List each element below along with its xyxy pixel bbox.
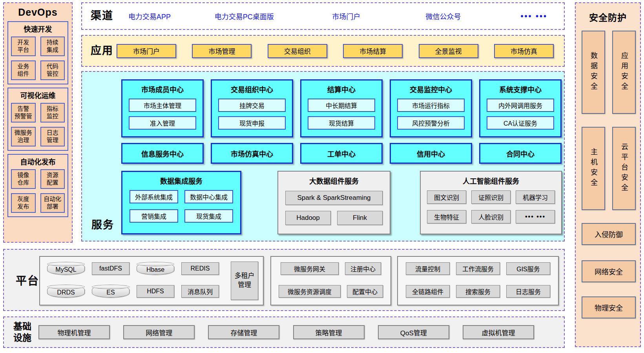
data-integration-item: 外部系统集成: [130, 190, 178, 203]
services-area: 服务 市场成员中心 市场主体管理 准入管理 交易组织中心 挂牌交易 现货申报 结…: [81, 71, 565, 241]
infra-qos: QoS管理: [378, 325, 449, 339]
channel-more-dots: ••• •••: [520, 12, 547, 21]
ai-item: 生物特征: [427, 210, 466, 223]
db-cylinder-drds: DRDS: [47, 285, 85, 298]
app-market-portal: 市场门户: [117, 44, 176, 58]
data-integration-item: 现货集成: [184, 209, 233, 223]
channel-market-portal: 市场门户: [332, 11, 360, 21]
platform-row-2: DRDS ES HDFS 消息队列: [47, 285, 219, 298]
devops-item: 业务 组件: [11, 60, 36, 80]
data-integration-services: 数据集成服务 外部系统集成 数据中心集成 营销集成 现货集成: [121, 171, 241, 234]
devops-item: 资源 配置: [40, 169, 65, 189]
services-label: 服务: [91, 216, 114, 232]
devops-group-visual-ops: 可视化运维 告警 预警管 指标 监控 微服务 治理 日志 管理: [7, 88, 68, 151]
devops-item: 代码 管控: [40, 60, 65, 80]
platform-cell-multi-tenant: 多租户 管理: [231, 262, 258, 300]
infrastructure-buttons: 物理机管理 网络管理 存储管理 策略管理 QoS管理 虚拟机管理: [38, 325, 534, 339]
service-sub-item: 内外网调用服务: [487, 99, 554, 112]
service-sub-item: 市场运行指标: [397, 99, 465, 112]
app-market-settlement: 市场结算: [343, 44, 403, 58]
platform-cell-ms-scheduling: 微服务资源调度: [279, 285, 341, 298]
devops-group-rapid-dev: 快速开发 开发 平台 持续 集成 业务 组件 代码 管控: [7, 21, 68, 84]
ai-item: 机器学习: [516, 190, 555, 204]
service-sub-item: 准入管理: [129, 116, 196, 130]
service-center-contract: 合同中心: [479, 143, 562, 164]
app-trade-organization: 交易组织: [268, 44, 327, 58]
bigdata-item-spark: Spark & SparkStreaming: [285, 191, 383, 205]
data-integration-item: 营销集成: [130, 209, 178, 223]
devops-item: 指标 监控: [40, 103, 65, 123]
devops-panel: DevOps 快速开发 开发 平台 持续 集成 业务 组件 代码 管控 可视化运…: [3, 2, 73, 243]
security-panel: 安全防护 数据安全 应用安全 主机安全 云平台安全 入侵防御 网络安全 物理安全: [575, 2, 641, 347]
devops-group-title: 自动化发布: [11, 155, 65, 169]
service-center-system-support: 系统支撑中心 内外网调用服务 CA认证服务: [479, 79, 562, 137]
ai-more-dots: ••• •••: [516, 210, 555, 223]
devops-title: DevOps: [4, 3, 72, 18]
data-integration-grid: 外部系统集成 数据中心集成 营销集成 现货集成: [122, 186, 240, 223]
service-sub-item: 现货申报: [218, 116, 286, 130]
service-center-trade-monitoring: 交易监控中心 市场运行指标 风控预警分析: [390, 79, 472, 137]
platform-row-1: 微服务网关 注册中心: [277, 262, 385, 275]
devops-item: 镜像 仓库: [11, 169, 36, 189]
service-center-market-simulation: 市场仿真中心: [211, 143, 293, 164]
service-sub-item: 现货结算: [308, 116, 375, 130]
service-center-credit: 信用中心: [390, 143, 472, 164]
ai-item: 证照识别: [471, 190, 511, 204]
security-intrusion-prevention: 入侵防御: [582, 223, 636, 245]
platform-row-2: 微服务资源调度 配置中心: [277, 285, 385, 298]
security-network: 网络安全: [582, 260, 636, 282]
devops-item: 微服务 治理: [11, 127, 36, 146]
devops-group-grid: 镜像 仓库 资源 配置 灰度 发布 自动化 部署: [11, 169, 65, 213]
service-sub-item: 风控预警分析: [397, 116, 465, 130]
service-center-title: 交易组织中心: [212, 84, 292, 94]
infra-storage: 存储管理: [208, 325, 279, 339]
platform-cell-hdfs: HDFS: [137, 285, 174, 298]
applications-buttons: 市场门户 市场管理 交易组织 市场结算 全景监视 市场仿真: [117, 44, 554, 58]
platform-cell-fastdfs: fastDFS: [92, 262, 130, 275]
app-market-management: 市场管理: [192, 44, 252, 58]
platform-row-1: 流量控制 工作流服务 GIS服务: [403, 262, 553, 275]
service-sub-item: 市场主体管理: [129, 99, 196, 112]
devops-group-title: 快速开发: [11, 22, 65, 37]
security-host: 主机安全: [582, 127, 605, 210]
service-center-trade-organization: 交易组织中心 挂牌交易 现货申报: [211, 79, 293, 137]
platform-cell-ms-gateway: 微服务网关: [281, 262, 339, 275]
platform-label: 平台: [16, 272, 39, 288]
service-center-settlement: 结算中心 中长期结算 现货结算: [300, 79, 383, 137]
bigdata-row: Hadoop Flink: [285, 211, 383, 225]
platform-cell-search: 搜索服务: [456, 285, 500, 298]
data-integration-item: 数据中心集成: [184, 190, 233, 203]
devops-item: 灰度 发布: [11, 193, 36, 213]
infra-physical-machine: 物理机管理: [38, 325, 110, 339]
bigdata-item-hadoop: Hadoop: [285, 211, 331, 225]
channel-wechat: 微信公众号: [426, 11, 461, 21]
infrastructure-label: 基础 设施: [13, 321, 31, 344]
app-panorama-monitoring: 全景监视: [419, 44, 478, 58]
bigdata-title: 大数据组件服务: [278, 176, 390, 186]
channels-row: 渠道 电力交易APP 电力交易PC桌面版 市场门户 微信公众号 ••• •••: [81, 2, 565, 30]
devops-group-title: 可视化运维: [11, 89, 65, 103]
infra-policy: 策略管理: [293, 325, 365, 339]
service-sub-item: 挂牌交易: [218, 99, 286, 112]
ai-component-services: 人工智能组件服务 图文识别 证照识别 机器学习 生物特征 人脸识别 ••• ••…: [420, 171, 562, 234]
platform-cell-redis: REDIS: [181, 262, 219, 275]
service-center-market-members: 市场成员中心 市场主体管理 准入管理: [121, 79, 204, 137]
data-integration-title: 数据集成服务: [122, 176, 240, 186]
security-physical: 物理安全: [582, 296, 636, 318]
service-center-work-order: 工单中心: [300, 143, 383, 164]
ai-item: 人脸识别: [471, 210, 511, 223]
ai-item: 图文识别: [427, 190, 466, 204]
service-center-title: 市场成员中心: [122, 84, 203, 94]
platform-cell-gis: GIS服务: [506, 262, 550, 275]
platform-cell-workflow: 工作流服务: [456, 262, 500, 275]
db-cylinder-mysql: MySQL: [47, 262, 85, 275]
service-center-title: 结算中心: [301, 84, 381, 94]
service-sub-item: 中长期结算: [308, 99, 375, 112]
platform-cell-log: 日志服务: [506, 285, 550, 298]
app-market-simulation: 市场仿真: [494, 44, 554, 58]
devops-item: 开发 平台: [11, 37, 36, 56]
platform-microservice-panel: 微服务网关 注册中心 微服务资源调度 配置中心: [270, 256, 391, 305]
devops-group-auto-release: 自动化发布 镜像 仓库 资源 配置 灰度 发布 自动化 部署: [7, 154, 68, 217]
platform-cell-message-queue: 消息队列: [181, 285, 219, 298]
platform-cell-full-link: 全链路组件: [406, 285, 450, 298]
